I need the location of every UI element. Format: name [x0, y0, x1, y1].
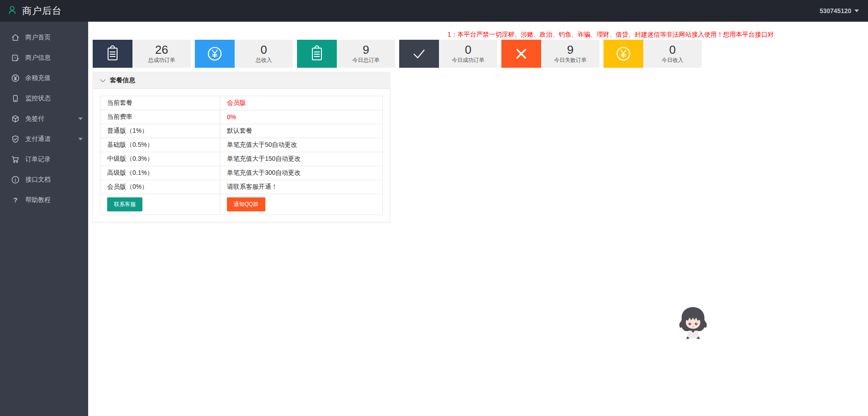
monitor-icon: [11, 94, 20, 103]
question-icon: ?: [11, 196, 20, 205]
home-icon: [11, 33, 20, 42]
stat-label: 今日总订单: [353, 56, 380, 64]
mascot-widget[interactable]: [676, 305, 710, 341]
x-icon: [501, 40, 541, 68]
yen-circle-icon: [11, 74, 20, 83]
package-row-name: 基础版（0.5%）: [100, 138, 220, 152]
package-row: 当前套餐会员版: [100, 96, 383, 110]
user-icon: [7, 5, 18, 17]
svg-text:?: ?: [14, 56, 16, 60]
stat-label: 总收入: [256, 56, 272, 64]
stat-value: 0: [260, 43, 267, 56]
stat-card-today-income: 0今日收入: [604, 40, 702, 68]
sidebar-item-label: 商户首页: [25, 33, 51, 42]
sidebar-item-label: 帮助教程: [25, 196, 51, 204]
yen-circle-icon: [604, 40, 643, 68]
package-row: 中级版（0.3%）单笔充值大于150自动更改: [100, 152, 383, 166]
package-row-value: 会员版: [220, 96, 383, 110]
app-title: 商户后台: [22, 5, 62, 17]
package-row-name: 当前费率: [100, 110, 220, 124]
caret-down-icon: [854, 9, 859, 12]
stat-card-today-total-orders: 9今日总订单: [297, 40, 395, 68]
package-row: 当前费率0%: [100, 110, 383, 124]
sidebar-item-recharge[interactable]: 余额充值: [0, 68, 88, 88]
brand: 商户后台: [0, 5, 62, 17]
cart-icon: [11, 155, 20, 164]
check-icon: [399, 40, 439, 68]
stat-card-today-success-orders: 0今日成功订单: [399, 40, 497, 68]
package-row: 高级版（0.1%）单笔充值大于300自动更改: [100, 166, 383, 180]
sidebar-item-label: 免签付: [25, 115, 44, 123]
sidebar-item-info[interactable]: ?商户信息: [0, 47, 88, 68]
package-row-value: 默认套餐: [220, 124, 383, 138]
stat-label: 总成功订单: [148, 56, 175, 64]
qq-group-button[interactable]: 通知QQ群: [227, 197, 265, 211]
sidebar-item-help[interactable]: ?帮助教程: [0, 190, 88, 210]
sidebar-item-channel[interactable]: 支付通道: [0, 129, 88, 149]
sidebar-item-label: 订单记录: [25, 155, 51, 164]
account-menu[interactable]: 530745120: [820, 7, 868, 14]
stat-value: 9: [363, 43, 369, 56]
clipboard-icon: [93, 40, 132, 68]
stat-value: 0: [669, 43, 675, 56]
clipboard-icon: [297, 40, 337, 68]
sidebar-item-label: 接口文档: [25, 176, 51, 184]
sidebar-menu: 商户首页?商户信息余额充值监控状态免签付支付通道订单记录接口文档?帮助教程: [0, 27, 88, 210]
yen-circle-icon: [195, 40, 235, 68]
merchant-info-icon: ?: [11, 53, 20, 62]
package-table: 当前套餐会员版当前费率0%普通版（1%）默认套餐基础版（0.5%）单笔充值大于5…: [100, 96, 383, 215]
package-row: 普通版（1%）默认套餐: [100, 124, 383, 138]
package-panel: 套餐信息 当前套餐会员版当前费率0%普通版（1%）默认套餐基础版（0.5%）单笔…: [93, 72, 390, 222]
sidebar-item-orders[interactable]: 订单记录: [0, 149, 88, 169]
sidebar-item-api[interactable]: 接口文档: [0, 169, 88, 190]
contact-support-button[interactable]: 联系客服: [107, 197, 142, 211]
stat-card-total-success-orders: 26总成功订单: [93, 40, 191, 68]
sidebar-item-home[interactable]: 商户首页: [0, 27, 88, 47]
chevron-down-icon: [78, 117, 83, 120]
sidebar: 商户首页?商户信息余额充值监控状态免签付支付通道订单记录接口文档?帮助教程: [0, 22, 88, 416]
package-row-name: 中级版（0.3%）: [100, 152, 220, 166]
package-panel-header[interactable]: 套餐信息: [93, 72, 390, 89]
package-row-value: 单笔充值大于300自动更改: [220, 166, 383, 180]
sidebar-item-label: 余额充值: [25, 74, 51, 82]
package-buttons-row: 联系客服通知QQ群: [100, 194, 383, 215]
mascot-chibi-image: [676, 305, 710, 341]
platform-warning: 1：本平台严禁一切淫秽、涉赌、政治、钓鱼、诈骗、理财、借贷、封建迷信等非法网站接…: [448, 31, 774, 39]
sidebar-item-label: 商户信息: [25, 54, 51, 62]
cube-icon: [11, 114, 20, 123]
info-icon: [11, 175, 20, 184]
package-row-name: 普通版（1%）: [100, 124, 220, 138]
sidebar-item-label: 支付通道: [25, 135, 51, 143]
package-row: 基础版（0.5%）单笔充值大于50自动更改: [100, 138, 383, 152]
sidebar-item-nosign[interactable]: 免签付: [0, 108, 88, 129]
stat-label: 今日收入: [662, 56, 684, 64]
stat-label: 今日失败订单: [554, 56, 587, 64]
package-row-name: 会员版（0%）: [100, 180, 220, 194]
account-number: 530745120: [820, 7, 851, 14]
panel-body: 当前套餐会员版当前费率0%普通版（1%）默认套餐基础版（0.5%）单笔充值大于5…: [93, 89, 390, 222]
chevron-down-icon: [100, 77, 106, 84]
chevron-down-icon: [78, 138, 83, 140]
svg-text:?: ?: [13, 196, 17, 204]
panel-title: 套餐信息: [110, 76, 135, 84]
sidebar-item-monitor[interactable]: 监控状态: [0, 88, 88, 108]
package-row-name: 高级版（0.1%）: [100, 166, 220, 180]
package-row-value: 0%: [220, 110, 383, 124]
package-row: 会员版（0%）请联系客服开通！: [100, 180, 383, 194]
main-content: 1：本平台严禁一切淫秽、涉赌、政治、钓鱼、诈骗、理财、借贷、封建迷信等非法网站接…: [88, 22, 868, 416]
package-row-name: 当前套餐: [100, 96, 220, 110]
sidebar-item-label: 监控状态: [25, 94, 51, 103]
shield-icon: [11, 135, 20, 144]
package-row-value: 单笔充值大于50自动更改: [220, 138, 383, 152]
stat-card-today-failed-orders: 9今日失败订单: [501, 40, 599, 68]
stats-row: 26总成功订单0总收入9今日总订单0今日成功订单9今日失败订单0今日收入: [88, 22, 868, 68]
stat-value: 0: [465, 43, 471, 56]
package-row-value: 请联系客服开通！: [220, 180, 383, 194]
stat-value: 26: [155, 43, 168, 56]
stat-card-total-income: 0总收入: [195, 40, 293, 68]
package-row-value: 单笔充值大于150自动更改: [220, 152, 383, 166]
stat-value: 9: [567, 43, 573, 56]
stat-label: 今日成功订单: [452, 56, 485, 64]
top-header: 商户后台 530745120: [0, 0, 868, 22]
